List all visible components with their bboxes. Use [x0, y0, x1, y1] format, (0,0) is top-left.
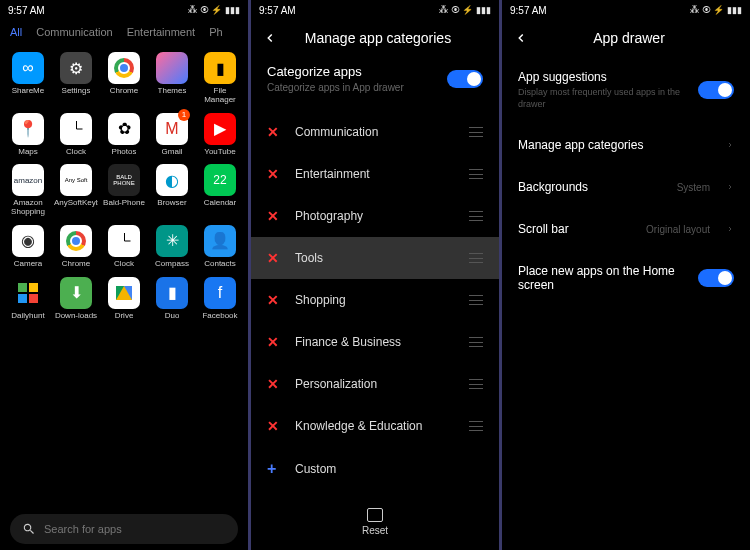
app-label: Chrome [62, 260, 90, 269]
app-item[interactable]: ⬇Down-loads [52, 273, 100, 325]
setting-row[interactable]: Scroll barOriginal layout [502, 208, 750, 250]
search-bar[interactable] [10, 514, 238, 544]
category-row[interactable]: ✕Photography [251, 195, 499, 237]
app-item[interactable]: MGmail1 [148, 109, 196, 161]
status-icons: ⁂ ⦿ ⚡ ▮▮▮ [690, 5, 742, 15]
remove-icon[interactable]: ✕ [267, 208, 281, 224]
add-icon[interactable]: + [267, 460, 281, 478]
app-icon: ✿ [108, 113, 140, 145]
back-icon[interactable] [514, 31, 528, 45]
app-icon: ▶ [204, 113, 236, 145]
setting-toggle[interactable] [698, 81, 734, 99]
app-item[interactable]: ◐Browser [148, 160, 196, 221]
app-item[interactable]: 📍Maps [4, 109, 52, 161]
page-title: Manage app categories [289, 30, 467, 46]
app-item[interactable]: ✳Compass [148, 221, 196, 273]
category-row[interactable]: ✕Tools [251, 237, 499, 279]
category-row[interactable]: ✕Communication [251, 111, 499, 153]
setting-row[interactable]: Place new apps on the Home screen [502, 250, 750, 306]
remove-icon[interactable]: ✕ [267, 166, 281, 182]
category-row[interactable]: ✕Finance & Business [251, 321, 499, 363]
app-icon [12, 277, 44, 309]
remove-icon[interactable]: ✕ [267, 418, 281, 434]
drag-handle-icon[interactable] [469, 211, 483, 221]
remove-icon[interactable]: ✕ [267, 124, 281, 140]
app-item[interactable]: ▮Duo [148, 273, 196, 325]
category-name: Knowledge & Education [295, 419, 455, 433]
remove-icon[interactable]: ✕ [267, 292, 281, 308]
app-item[interactable]: BALD PHONEBald-Phone [100, 160, 148, 221]
status-icons: ⁂ ⦿ ⚡ ▮▮▮ [188, 5, 240, 15]
chevron-right-icon [726, 183, 734, 191]
tab-entertainment[interactable]: Entertainment [127, 26, 195, 38]
category-row[interactable]: ✕Entertainment [251, 153, 499, 195]
app-item[interactable]: Chrome [52, 221, 100, 273]
category-row[interactable]: ✕Personalization [251, 363, 499, 405]
drag-handle-icon[interactable] [469, 421, 483, 431]
add-custom-row[interactable]: +Custom [251, 447, 499, 491]
app-item[interactable]: Clock [100, 221, 148, 273]
status-time: 9:57 AM [8, 5, 45, 16]
app-drawer-screen: 9:57 AM ⁂ ⦿ ⚡ ▮▮▮ All Communication Ente… [0, 0, 248, 550]
app-item[interactable]: amazonAmazon Shopping [4, 160, 52, 221]
tab-more[interactable]: Ph [209, 26, 222, 38]
app-icon: ◐ [156, 164, 188, 196]
search-input[interactable] [44, 523, 226, 535]
app-drawer-settings-screen: 9:57 AM ⁂ ⦿ ⚡ ▮▮▮ App drawer App suggest… [502, 0, 750, 550]
app-grid[interactable]: ∞ShareMe⚙SettingsChromeThemes▮File Manag… [0, 44, 248, 325]
app-item[interactable]: ▶YouTube [196, 109, 244, 161]
app-item[interactable]: Dailyhunt [4, 273, 52, 325]
app-icon: 22 [204, 164, 236, 196]
category-name: Photography [295, 209, 455, 223]
app-item[interactable]: ⚙Settings [52, 48, 100, 109]
setting-toggle[interactable] [698, 269, 734, 287]
app-item[interactable]: ▮File Manager [196, 48, 244, 109]
app-label: Settings [62, 87, 91, 96]
drag-handle-icon[interactable] [469, 127, 483, 137]
app-label: File Manager [198, 87, 242, 105]
app-item[interactable]: 👤Contacts [196, 221, 244, 273]
drag-handle-icon[interactable] [469, 337, 483, 347]
category-row[interactable]: ✕Shopping [251, 279, 499, 321]
remove-icon[interactable]: ✕ [267, 334, 281, 350]
setting-row[interactable]: App suggestionsDisplay most frequently u… [502, 56, 750, 124]
app-label: Clock [114, 260, 134, 269]
categorize-toggle[interactable] [447, 70, 483, 88]
back-icon[interactable] [263, 31, 277, 45]
app-item[interactable]: Drive [100, 273, 148, 325]
app-item[interactable]: Clock [52, 109, 100, 161]
category-row[interactable]: ✕Knowledge & Education [251, 405, 499, 447]
reset-button[interactable]: Reset [251, 498, 499, 550]
app-item[interactable]: Any SoftAnySoftKeyboa... [52, 160, 100, 221]
status-time: 9:57 AM [259, 5, 296, 16]
app-label: AnySoftKeyboa... [54, 199, 98, 208]
drag-handle-icon[interactable] [469, 295, 483, 305]
drag-handle-icon[interactable] [469, 379, 483, 389]
settings-list: App suggestionsDisplay most frequently u… [502, 56, 750, 306]
app-item[interactable]: ✿Photos [100, 109, 148, 161]
remove-icon[interactable]: ✕ [267, 250, 281, 266]
app-item[interactable]: Themes [148, 48, 196, 109]
app-icon: ✳ [156, 225, 188, 257]
tab-all[interactable]: All [10, 26, 22, 38]
app-item[interactable]: 22Calendar [196, 160, 244, 221]
remove-icon[interactable]: ✕ [267, 376, 281, 392]
app-label: Compass [155, 260, 189, 269]
app-label: Down-loads [55, 312, 97, 321]
setting-row[interactable]: Manage app categories [502, 124, 750, 166]
app-item[interactable]: ◉Camera [4, 221, 52, 273]
app-icon: ⬇ [60, 277, 92, 309]
drag-handle-icon[interactable] [469, 169, 483, 179]
app-item[interactable]: fFacebook [196, 273, 244, 325]
status-bar: 9:57 AM ⁂ ⦿ ⚡ ▮▮▮ [251, 0, 499, 20]
app-icon [108, 52, 140, 84]
app-item[interactable]: ∞ShareMe [4, 48, 52, 109]
category-name: Entertainment [295, 167, 455, 181]
setting-row[interactable]: BackgroundsSystem [502, 166, 750, 208]
app-item[interactable]: Chrome [100, 48, 148, 109]
app-label: Calendar [204, 199, 236, 208]
app-label: Duo [165, 312, 180, 321]
tab-communication[interactable]: Communication [36, 26, 112, 38]
drag-handle-icon[interactable] [469, 253, 483, 263]
category-name: Personalization [295, 377, 455, 391]
